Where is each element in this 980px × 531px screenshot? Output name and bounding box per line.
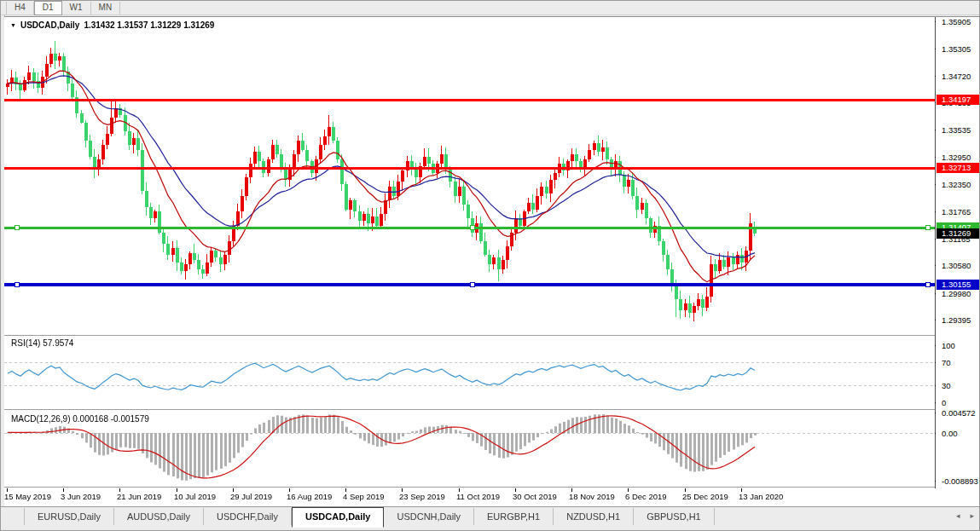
hline-price-tag: 1.32713 <box>937 163 980 173</box>
trading-terminal-window: H4 D1 W1 MN ▼ USDCAD,Daily 1.31432 1.315… <box>0 0 980 531</box>
price-chart-canvas[interactable] <box>4 17 936 507</box>
chart-tab-usdcnh-daily[interactable]: USDCNH,Daily <box>384 508 474 525</box>
chart-tab-eurgbp-h1[interactable]: EURGBP,H1 <box>474 508 554 525</box>
price-tick-label: 1.30580 <box>942 261 971 270</box>
rsi-tick-label: 70 <box>942 358 951 367</box>
date-tick-label: 6 Dec 2019 <box>625 492 667 501</box>
price-tick-label: 1.31765 <box>942 207 971 216</box>
chart-window: ▼ USDCAD,Daily 1.31432 1.31537 1.31229 1… <box>4 16 980 506</box>
tab-scroll-left-icon[interactable]: ◂ <box>956 511 960 520</box>
date-tick-label: 25 Dec 2019 <box>682 492 728 501</box>
chart-title: ▼ USDCAD,Daily 1.31432 1.31537 1.31229 1… <box>10 20 214 30</box>
macd-indicator-label: MACD(12,26,9) 0.000168 -0.001579 <box>11 414 149 424</box>
chart-tab-usdchf-daily[interactable]: USDCHF,Daily <box>204 508 292 525</box>
date-tick-label: 21 Jun 2019 <box>117 492 161 501</box>
date-tick-label: 13 Jan 2020 <box>739 492 783 501</box>
chart-tab-bar: EURUSD,DailyAUDUSD,DailyUSDCHF,DailyUSDC… <box>1 506 979 528</box>
date-tick-label: 15 May 2019 <box>4 492 51 501</box>
timeframe-toolbar: H4 D1 W1 MN <box>1 1 979 15</box>
date-tick-label: 29 Jul 2019 <box>230 492 272 501</box>
tab-scroll-right-icon[interactable]: ▸ <box>970 511 974 520</box>
chart-ohlc-values: 1.31432 1.31537 1.31229 1.31269 <box>84 20 214 30</box>
timeframe-button-w1[interactable]: W1 <box>62 2 91 14</box>
chart-tab-eurusd-daily[interactable]: EURUSD,Daily <box>24 508 114 525</box>
symbol-dropdown-icon[interactable]: ▼ <box>10 22 16 28</box>
date-tick-label: 23 Sep 2019 <box>399 492 445 501</box>
price-tick-label: 1.34720 <box>942 72 971 81</box>
price-tick-label: 1.32350 <box>942 180 971 189</box>
current-price-tag: 1.31269 <box>937 228 980 239</box>
chart-tab-audusd-daily[interactable]: AUDUSD,Daily <box>114 508 204 525</box>
rsi-tick-label: 30 <box>942 381 951 390</box>
rsi-tick-label: 100 <box>942 341 955 350</box>
hline-price-tag: 1.34197 <box>937 95 980 105</box>
chart-symbol-label: USDCAD,Daily <box>20 20 79 30</box>
date-tick-label: 18 Nov 2019 <box>569 492 615 501</box>
price-tick-label: 1.29980 <box>942 289 971 298</box>
rsi-tick-label: 0 <box>942 398 946 407</box>
price-tick-label: 1.32950 <box>942 153 971 162</box>
timeframe-button-d1[interactable]: D1 <box>34 1 62 15</box>
price-tick-label: 1.29395 <box>942 315 971 325</box>
date-axis[interactable]: 15 May 20193 Jun 201921 Jun 201910 Jul 2… <box>4 492 936 505</box>
chart-tab-nzdusd-h1[interactable]: NZDUSD,H1 <box>554 508 634 525</box>
price-tick-label: 1.35305 <box>942 44 971 54</box>
rsi-indicator-label: RSI(14) 57.9574 <box>11 338 73 348</box>
date-tick-label: 10 Jul 2019 <box>174 492 216 501</box>
date-tick-label: 11 Oct 2019 <box>456 492 500 501</box>
timeframe-button-mn[interactable]: MN <box>91 2 121 14</box>
macd-tick-label: -0.008893 <box>942 476 978 486</box>
price-tick-label: 1.35905 <box>942 17 971 26</box>
hline-price-tag: 1.30155 <box>937 280 980 290</box>
date-tick-label: 3 Jun 2019 <box>61 492 101 501</box>
timeframe-button-h4[interactable]: H4 <box>6 2 34 14</box>
macd-tick-label: 0.004572 <box>942 408 976 418</box>
date-tick-label: 4 Sep 2019 <box>343 492 385 501</box>
tab-scroll-arrows: ◂ ▸ <box>956 511 974 520</box>
chart-tab-gbpusd-h1[interactable]: GBPUSD,H1 <box>634 508 715 525</box>
price-tick-label: 1.33535 <box>942 125 971 135</box>
macd-tick-label: 0.00 <box>942 429 958 438</box>
date-tick-label: 30 Oct 2019 <box>513 492 557 501</box>
chart-tab-usdcad-daily[interactable]: USDCAD,Daily <box>292 507 384 528</box>
price-axis[interactable]: 1.359051.353051.347201.341351.335351.329… <box>936 17 980 507</box>
date-tick-label: 16 Aug 2019 <box>287 492 332 501</box>
